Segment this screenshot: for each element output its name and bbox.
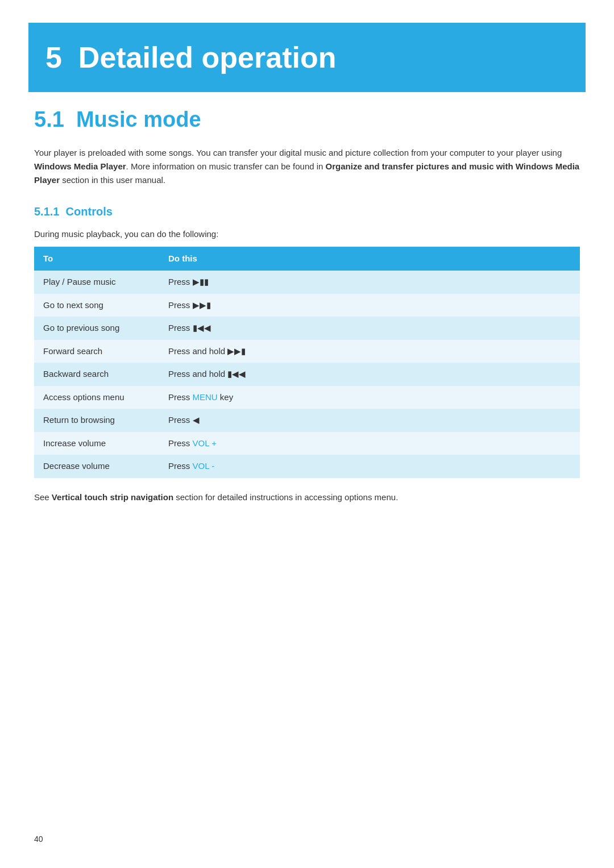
table-cell-do: Press VOL - — [159, 455, 580, 478]
section-number: 5.1 — [34, 107, 64, 131]
chapter-title-text: Detailed operation — [78, 41, 337, 74]
table-row: Go to previous song Press ▮◀◀ — [34, 317, 580, 340]
table-cell-do: Press ◀ — [159, 409, 580, 432]
chapter-header: 5 Detailed operation — [28, 23, 586, 92]
chapter-number: 5 — [45, 41, 62, 74]
table-cell-to: Go to previous song — [34, 317, 159, 340]
intro-part2: . More information on music transfer can… — [126, 161, 326, 171]
before-table-text: During music playback, you can do the fo… — [34, 228, 580, 241]
table-cell-do: Press and hold ▮◀◀ — [159, 363, 580, 386]
table-header-do: Do this — [159, 247, 580, 271]
keyword-menu: MENU — [193, 392, 218, 402]
table-cell-to: Go to next song — [34, 294, 159, 317]
table-header-row: To Do this — [34, 247, 580, 271]
chapter-title: 5 Detailed operation — [45, 41, 336, 74]
table-cell-do: Press and hold ▶▶▮ — [159, 340, 580, 363]
section-title-text: Music mode — [76, 107, 201, 131]
table-row: Forward search Press and hold ▶▶▮ — [34, 340, 580, 363]
controls-table: To Do this Play / Pause music Press ▶▮▮ … — [34, 247, 580, 478]
after-table-part1: See — [34, 492, 52, 502]
table-row: Go to next song Press ▶▶▮ — [34, 294, 580, 317]
table-cell-to: Access options menu — [34, 386, 159, 409]
table-row: Backward search Press and hold ▮◀◀ — [34, 363, 580, 386]
table-row: Access options menu Press MENU key — [34, 386, 580, 409]
table-cell-do: Press VOL + — [159, 432, 580, 455]
after-table-bold1: Vertical touch strip navigation — [52, 492, 173, 502]
table-row: Play / Pause music Press ▶▮▮ — [34, 271, 580, 294]
subsection-title: 5.1.1 Controls — [34, 203, 580, 220]
subsection-title-text: Controls — [66, 205, 113, 218]
table-cell-do: Press MENU key — [159, 386, 580, 409]
table-cell-to: Backward search — [34, 363, 159, 386]
intro-paragraph: Your player is preloaded with some songs… — [34, 146, 580, 187]
table-cell-to: Play / Pause music — [34, 271, 159, 294]
table-cell-do: Press ▮◀◀ — [159, 317, 580, 340]
table-cell-to: Decrease volume — [34, 455, 159, 478]
table-cell-do: Press ▶▮▮ — [159, 271, 580, 294]
table-cell-to: Forward search — [34, 340, 159, 363]
table-row: Increase volume Press VOL + — [34, 432, 580, 455]
intro-part1: Your player is preloaded with some songs… — [34, 148, 562, 157]
table-cell-to: Return to browsing — [34, 409, 159, 432]
after-table-part2: section for detailed instructions in acc… — [173, 492, 398, 502]
table-header-to: To — [34, 247, 159, 271]
section-title: 5.1 Music mode — [34, 103, 580, 136]
keyword-vol-plus: VOL + — [193, 438, 217, 448]
subsection-number: 5.1.1 — [34, 205, 59, 218]
table-row: Decrease volume Press VOL - — [34, 455, 580, 478]
table-row: Return to browsing Press ◀ — [34, 409, 580, 432]
intro-part3: section in this user manual. — [60, 175, 165, 185]
table-cell-to: Increase volume — [34, 432, 159, 455]
keyword-vol-minus: VOL - — [193, 461, 215, 471]
intro-bold1: Windows Media Player — [34, 161, 126, 171]
after-table-text: See Vertical touch strip navigation sect… — [34, 491, 580, 504]
page-number: 40 — [34, 833, 43, 845]
table-cell-do: Press ▶▶▮ — [159, 294, 580, 317]
